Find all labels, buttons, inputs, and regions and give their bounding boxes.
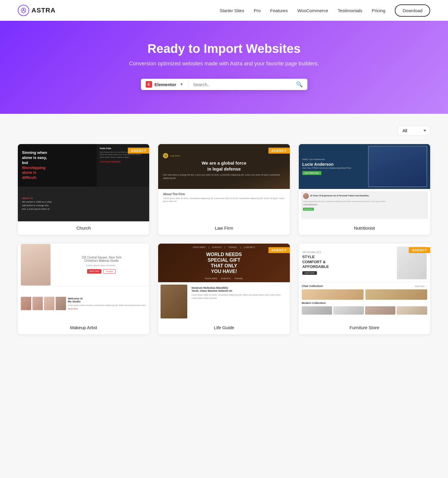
nav-link-woocommerce[interactable]: WooCommerce xyxy=(297,8,328,13)
badge-lawfirm: AGENCY xyxy=(268,148,290,154)
card-thumb-lawfirm: ⚖ Law Firm We are a global forcein legal… xyxy=(158,144,290,221)
nav-links: Starter Sites Pro Features WooCommerce T… xyxy=(220,4,430,17)
search-input[interactable] xyxy=(193,82,296,87)
navbar: ASTRA Starter Sites Pro Features WooComm… xyxy=(0,0,448,21)
filter-bar: All Free Agency Personal xyxy=(18,126,430,136)
card-lifeguide[interactable]: FEATURED|EVENTS|TRAVEL|CONTACT WORLD NEE… xyxy=(158,244,290,334)
nav-link-features[interactable]: Features xyxy=(270,8,288,13)
card-furniture[interactable]: DESIGNBLUES STYLECOMFORT &AFFORDABLE SHO… xyxy=(299,244,430,334)
card-nutritionist[interactable]: Hello I am Nutritionist Lucie Anderson G… xyxy=(299,144,430,235)
search-icon: 🔍 xyxy=(296,81,303,88)
card-makeup[interactable]: 💄 MAKEUPSTUDIO 125 Central Square, New Y… xyxy=(18,244,149,334)
card-label-makeup: Makeup Artist xyxy=(18,321,149,334)
logo-text: ASTRA xyxy=(32,7,56,14)
card-church[interactable]: Sinning whenalone is easy,butWorshipping… xyxy=(18,144,149,235)
templates-grid: Sinning whenalone is easy,butWorshipping… xyxy=(18,144,430,334)
card-label-lawfirm: Law Firm xyxy=(158,221,290,235)
badge-furniture: AGENCY xyxy=(409,247,430,253)
chevron-down-icon: ▼ xyxy=(180,82,183,86)
card-label-nutritionist: Nutritionist xyxy=(299,221,430,235)
card-thumb-furniture: DESIGNBLUES STYLECOMFORT &AFFORDABLE SHO… xyxy=(299,244,430,321)
nav-link-starter[interactable]: Starter Sites xyxy=(220,8,244,13)
filter-select[interactable]: All Free Agency Personal xyxy=(397,126,430,136)
card-lawfirm[interactable]: ⚖ Law Firm We are a global forcein legal… xyxy=(158,144,290,235)
card-thumb-nutritionist: Hello I am Nutritionist Lucie Anderson G… xyxy=(299,144,430,221)
hero-title: Ready to Import Websites xyxy=(6,42,442,56)
card-thumb-makeup: 💄 MAKEUPSTUDIO 125 Central Square, New Y… xyxy=(18,244,149,321)
main-content: All Free Agency Personal Sinning whenalo… xyxy=(0,114,448,346)
nav-link-pro[interactable]: Pro xyxy=(254,8,260,13)
elementor-icon: E xyxy=(146,81,152,88)
builder-selector[interactable]: E Elementor ▼ xyxy=(146,81,188,88)
card-label-lifeguide: Life Guide xyxy=(158,321,290,334)
logo[interactable]: ASTRA xyxy=(18,5,56,16)
card-label-furniture: Furniture Store xyxy=(299,321,430,334)
hero-section: Ready to Import Websites Conversion opti… xyxy=(0,21,448,114)
card-label-church: Church xyxy=(18,221,149,235)
builder-name: Elementor xyxy=(155,82,176,87)
download-button[interactable]: Download xyxy=(395,4,430,17)
search-bar: E Elementor ▼ 🔍 xyxy=(141,79,307,90)
nav-link-pricing[interactable]: Pricing xyxy=(372,8,385,13)
badge-lifeguide: AGENCY xyxy=(268,247,290,253)
nav-link-testimonials[interactable]: Testimonials xyxy=(338,8,362,13)
card-thumb-church: Sinning whenalone is easy,butWorshipping… xyxy=(18,144,149,221)
hero-subtitle: Conversion optimized websites made with … xyxy=(6,61,442,67)
badge-church: AGENCY xyxy=(128,148,149,154)
card-thumb-lifeguide: FEATURED|EVENTS|TRAVEL|CONTACT WORLD NEE… xyxy=(158,244,290,321)
logo-icon xyxy=(18,5,29,16)
